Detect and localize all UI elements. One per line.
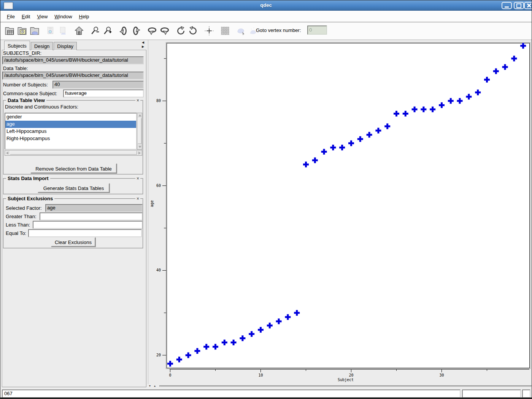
scroll-left-icon[interactable] bbox=[6, 152, 8, 155]
close-icon bbox=[527, 3, 531, 8]
rotate-cw-icon[interactable] bbox=[188, 25, 199, 37]
goto-vertex-label: Goto vertex number: bbox=[256, 27, 301, 33]
close-button[interactable] bbox=[524, 2, 532, 9]
save-screenshot-icon bbox=[45, 25, 56, 37]
brain-select-icon bbox=[236, 25, 246, 37]
scroll-right-icon[interactable] bbox=[138, 152, 141, 155]
data-table-label: Data Table: bbox=[3, 65, 28, 71]
tab-scroll-left-icon[interactable]: ◀ bbox=[142, 41, 144, 44]
greater-than-field[interactable] bbox=[40, 212, 143, 220]
data-table-field[interactable]: /autofs/space/birn_045/users/BWH/buckner… bbox=[2, 72, 144, 80]
rotate-ccw-icon[interactable] bbox=[175, 25, 186, 37]
plot-hscrollbar[interactable] bbox=[159, 385, 532, 387]
minimize-icon bbox=[505, 6, 509, 8]
factors-hscrollbar[interactable] bbox=[5, 150, 142, 156]
menu-view[interactable]: View bbox=[33, 13, 51, 20]
data-table-view-close-icon[interactable]: × bbox=[135, 98, 140, 103]
tab-design[interactable]: Design bbox=[31, 42, 53, 50]
menu-window[interactable]: Window bbox=[51, 13, 75, 20]
num-subjects-field[interactable]: 40 bbox=[52, 81, 144, 89]
menu-edit[interactable]: Edit bbox=[18, 13, 33, 20]
titlebar: qdec bbox=[0, 0, 532, 11]
tab-scroll-right-icon[interactable]: ▶ bbox=[142, 45, 144, 48]
svg-text:20: 20 bbox=[349, 373, 353, 377]
scroll-down-icon[interactable] bbox=[138, 146, 141, 148]
svg-text:30: 30 bbox=[439, 373, 444, 377]
status-grip[interactable] bbox=[522, 389, 530, 398]
plot-scroll-strip: ▾ ▴ bbox=[148, 384, 532, 388]
rotate-down-icon[interactable] bbox=[131, 25, 141, 37]
hscroll-thumb[interactable] bbox=[10, 151, 137, 155]
toolbar-icons bbox=[4, 24, 261, 37]
factor-right-hippocampus[interactable]: Right-Hippocampus bbox=[5, 135, 136, 142]
menu-file[interactable]: File bbox=[3, 13, 18, 20]
factors-label: Discrete and Continuous Factors: bbox=[5, 104, 78, 110]
menubar: FileEditViewWindowHelp bbox=[0, 11, 532, 22]
strip-collapse-icon[interactable]: ▾ bbox=[149, 385, 151, 388]
factor-left-hippocampus[interactable]: Left-Hippocampus bbox=[5, 128, 136, 135]
status-field-2 bbox=[462, 389, 521, 398]
svg-text:10: 10 bbox=[258, 373, 263, 377]
svg-text:20: 20 bbox=[156, 353, 161, 357]
stats-data-import-close-icon[interactable]: × bbox=[135, 176, 140, 181]
num-subjects-label: Number of Subjects: bbox=[3, 82, 48, 88]
equal-to-field[interactable] bbox=[28, 229, 142, 237]
open-data-table-icon[interactable] bbox=[4, 25, 15, 37]
subjects-dir-label: SUBJECTS_DIR: bbox=[3, 50, 41, 56]
tab-subjects[interactable]: Subjects bbox=[4, 41, 30, 50]
scroll-up-icon[interactable] bbox=[138, 114, 141, 117]
toolbar: Goto vertex number: 0 bbox=[0, 22, 532, 40]
selected-factor-label: Selected Factor: bbox=[6, 205, 42, 211]
zoom-out-icon[interactable] bbox=[90, 25, 100, 37]
window-edge bbox=[0, 397, 532, 399]
subjects-dir-field[interactable]: /autofs/space/birn_045/users/BWH/buckner… bbox=[2, 56, 144, 64]
factors-listbox[interactable]: genderageLeft-HippocampusRight-Hippocamp… bbox=[5, 113, 137, 150]
vscroll-thumb[interactable] bbox=[138, 118, 141, 144]
data-table-view-group: Data Table View × Discrete and Continuou… bbox=[3, 100, 143, 175]
minimize-button[interactable] bbox=[502, 2, 512, 9]
scatter-plot[interactable]: 204060800102030Subjectage bbox=[148, 40, 532, 384]
common-space-field[interactable]: fsaverage bbox=[63, 89, 144, 97]
selected-factor-field[interactable]: age bbox=[45, 204, 143, 212]
svg-text:Subject: Subject bbox=[338, 378, 354, 382]
subject-exclusions-group: Subject Exclusions × Selected Factor: ag… bbox=[3, 198, 143, 249]
surface-texture-icon[interactable] bbox=[220, 25, 230, 37]
sidebar-tabs: SubjectsDesignDisplay bbox=[4, 41, 78, 50]
less-than-field[interactable] bbox=[33, 221, 143, 229]
subject-exclusions-title: Subject Exclusions bbox=[6, 196, 54, 201]
show-cursor-icon[interactable] bbox=[204, 25, 214, 37]
factors-vscrollbar[interactable] bbox=[137, 113, 142, 150]
stats-data-import-group: Stats Data Import × Generate Stats Data … bbox=[3, 178, 143, 195]
equal-to-label: Equal To: bbox=[6, 230, 26, 236]
svg-text:40: 40 bbox=[156, 268, 161, 272]
remove-selection-button[interactable]: Remove Selection from Data Table bbox=[30, 163, 117, 173]
home-icon[interactable] bbox=[74, 25, 84, 37]
greater-than-label: Greater Than: bbox=[6, 214, 37, 219]
factor-age[interactable]: age bbox=[5, 121, 136, 128]
svg-text:80: 80 bbox=[156, 99, 161, 103]
save-label-icon bbox=[58, 25, 68, 37]
subject-exclusions-close-icon[interactable]: × bbox=[135, 196, 140, 201]
open-project-icon[interactable] bbox=[17, 25, 27, 37]
status-message: 067 bbox=[2, 389, 461, 398]
open-label-icon[interactable] bbox=[29, 25, 40, 37]
zoom-in-icon[interactable] bbox=[102, 25, 113, 37]
stats-data-import-title: Stats Data Import bbox=[6, 176, 50, 181]
strip-expand-icon[interactable]: ▴ bbox=[154, 385, 156, 388]
generate-stats-button[interactable]: Generate Stats Data Tables bbox=[38, 183, 110, 193]
less-than-label: Less Than: bbox=[6, 222, 30, 228]
rotate-up-icon[interactable] bbox=[118, 25, 129, 37]
svg-text:age: age bbox=[150, 200, 154, 207]
menu-help[interactable]: Help bbox=[76, 13, 93, 20]
rotate-left-icon[interactable] bbox=[147, 25, 157, 37]
factor-gender[interactable]: gender bbox=[5, 113, 136, 121]
goto-vertex-input[interactable]: 0 bbox=[307, 26, 327, 35]
tab-display[interactable]: Display bbox=[54, 42, 77, 50]
scatter-plot-svg: 204060800102030Subjectage bbox=[148, 40, 532, 384]
clear-exclusions-button[interactable]: Clear Exclusions bbox=[51, 237, 95, 247]
rotate-right-icon[interactable] bbox=[159, 25, 170, 37]
maximize-icon bbox=[516, 3, 521, 8]
data-table-view-title: Data Table View bbox=[6, 97, 46, 103]
svg-text:0: 0 bbox=[169, 373, 171, 377]
maximize-button[interactable] bbox=[514, 2, 524, 9]
